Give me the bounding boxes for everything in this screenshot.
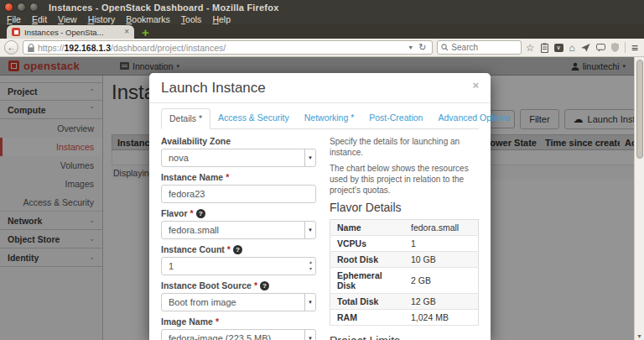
launch-instance-modal: Launch Instance × Details * Access & Sec… bbox=[149, 73, 491, 340]
menu-help[interactable]: Help bbox=[212, 14, 231, 24]
menu-file[interactable]: File bbox=[7, 14, 21, 24]
search-input[interactable] bbox=[451, 43, 510, 52]
scrollbar[interactable]: ▼ bbox=[634, 57, 644, 340]
launch-form: Availability Zone nova ▼ Instance Name* bbox=[161, 136, 316, 340]
window-titlebar: Instances - OpenStack Dashboard - Mozill… bbox=[0, 0, 644, 14]
close-icon[interactable]: × bbox=[472, 80, 479, 91]
help-icon[interactable]: ? bbox=[233, 245, 242, 254]
window-minimize-button[interactable] bbox=[17, 3, 26, 12]
search-icon bbox=[441, 44, 449, 51]
shield-icon[interactable] bbox=[611, 43, 619, 52]
tab-networking[interactable]: Networking * bbox=[297, 108, 362, 128]
table-row: Ephemeral Disk2 GB bbox=[330, 268, 479, 294]
select-arrow-icon: ▼ bbox=[304, 222, 315, 238]
tab-post-creation[interactable]: Post-Creation bbox=[361, 108, 430, 128]
tab-strip: Instances - OpenSta... × + bbox=[0, 24, 644, 39]
scrollbar-down-icon[interactable]: ▼ bbox=[636, 333, 642, 339]
page-viewport: openstack Innovation ▾ linuxtechi ▾ Proj… bbox=[0, 57, 634, 340]
bookmarks-menu-icon[interactable] bbox=[541, 43, 548, 53]
browser-menubar: File Edit View History Bookmarks Tools H… bbox=[0, 14, 644, 24]
window-maximize-button[interactable] bbox=[29, 3, 39, 12]
browser-tab[interactable]: Instances - OpenSta... × bbox=[7, 25, 134, 39]
search-bar[interactable] bbox=[437, 40, 521, 55]
modal-title: Launch Instance bbox=[161, 80, 266, 97]
tab-access-security[interactable]: Access & Security bbox=[210, 108, 297, 128]
menu-history[interactable]: History bbox=[88, 14, 116, 24]
required-asterisk: * bbox=[216, 316, 219, 327]
table-row: Total Disk12 GB bbox=[330, 294, 479, 310]
flavor-details-table: Namefedora.small VCPUs1 Root Disk10 GB E… bbox=[330, 219, 479, 326]
browser-content: openstack Innovation ▾ linuxtechi ▾ Proj… bbox=[0, 57, 644, 340]
menu-bookmarks[interactable]: Bookmarks bbox=[126, 14, 170, 24]
required-asterisk: * bbox=[226, 172, 229, 182]
table-row: VCPUs1 bbox=[330, 236, 479, 252]
select-arrow-icon: ▼ bbox=[304, 330, 315, 340]
table-row: RAM1,024 MB bbox=[330, 310, 479, 326]
required-asterisk: * bbox=[190, 208, 194, 218]
help-icon[interactable]: ? bbox=[260, 281, 269, 290]
image-name-select[interactable]: fedora-image (223.5 MB) ▼ bbox=[161, 329, 316, 340]
window-title: Instances - OpenStack Dashboard - Mozill… bbox=[49, 3, 278, 13]
scrollbar-thumb[interactable] bbox=[636, 60, 643, 159]
tab-advanced-options[interactable]: Advanced Options bbox=[430, 108, 517, 128]
home-icon[interactable]: ⌂ bbox=[569, 43, 575, 53]
flavor-details-title: Flavor Details bbox=[330, 201, 479, 214]
menu-icon[interactable]: ≡ bbox=[631, 41, 638, 55]
back-button[interactable]: ← bbox=[4, 40, 18, 55]
instance-name-label: Instance Name* bbox=[161, 172, 316, 182]
required-asterisk: * bbox=[227, 244, 231, 254]
modal-header: Launch Instance × bbox=[149, 73, 491, 103]
toolbar-icons: ☆ ∨ ⌂ ≡ bbox=[526, 41, 640, 55]
pocket-icon[interactable]: ∨ bbox=[554, 44, 564, 52]
details-panel: Specify the details for launching an ins… bbox=[330, 136, 479, 340]
modal-tab-bar: Details * Access & Security Networking *… bbox=[161, 108, 479, 129]
bookmark-star-icon[interactable]: ☆ bbox=[526, 43, 535, 53]
url-dropdown-icon[interactable]: ▼ bbox=[408, 44, 413, 50]
tab-title: Instances - OpenSta... bbox=[24, 28, 120, 37]
required-asterisk: * bbox=[254, 280, 257, 290]
table-row: Namefedora.small bbox=[330, 220, 479, 236]
tab-details[interactable]: Details * bbox=[161, 108, 210, 129]
browser-toolbar: ← https://192.168.1.3/dashboard/project/… bbox=[0, 39, 644, 57]
instance-count-label: Instance Count* ? bbox=[161, 244, 316, 254]
help-text: The chart below shows the resources used… bbox=[330, 163, 479, 196]
flavor-label: Flavor* ? bbox=[161, 208, 316, 218]
image-name-label: Image Name* bbox=[161, 316, 316, 327]
screen: Instances - OpenStack Dashboard - Mozill… bbox=[0, 0, 644, 340]
openstack-favicon-icon bbox=[12, 28, 20, 36]
availability-zone-label: Availability Zone bbox=[161, 136, 316, 146]
boot-source-select[interactable]: Boot from image ▼ bbox=[161, 293, 316, 311]
help-text: Specify the details for launching an ins… bbox=[330, 136, 479, 158]
instance-name-input[interactable] bbox=[161, 185, 316, 203]
help-icon[interactable]: ? bbox=[196, 209, 205, 218]
menu-view[interactable]: View bbox=[58, 14, 77, 24]
tab-close-icon[interactable]: × bbox=[124, 28, 129, 36]
reload-icon[interactable]: ↻ bbox=[417, 42, 428, 53]
instance-count-input[interactable] bbox=[161, 257, 316, 275]
toolbar-separator bbox=[625, 42, 626, 53]
menu-edit[interactable]: Edit bbox=[32, 14, 47, 24]
chat-icon[interactable] bbox=[596, 44, 605, 52]
availability-zone-select[interactable]: nova ▼ bbox=[161, 149, 316, 167]
number-spinner[interactable]: ▴▾ bbox=[309, 259, 312, 272]
url-bar[interactable]: https://192.168.1.3/dashboard/project/in… bbox=[23, 40, 433, 55]
window-close-button[interactable] bbox=[4, 3, 13, 12]
flavor-select[interactable]: fedora.small ▼ bbox=[161, 221, 316, 239]
project-limits-title: Project Limits bbox=[330, 334, 479, 340]
new-tab-button[interactable]: + bbox=[142, 27, 149, 39]
menu-tools[interactable]: Tools bbox=[181, 14, 202, 24]
send-icon[interactable] bbox=[581, 44, 590, 52]
url-text: https://192.168.1.3/dashboard/project/in… bbox=[38, 43, 226, 53]
select-arrow-icon: ▼ bbox=[304, 294, 315, 311]
select-arrow-icon: ▼ bbox=[304, 149, 315, 166]
boot-source-label: Instance Boot Source* ? bbox=[161, 280, 316, 290]
table-row: Root Disk10 GB bbox=[330, 252, 479, 268]
lock-icon bbox=[28, 44, 34, 52]
